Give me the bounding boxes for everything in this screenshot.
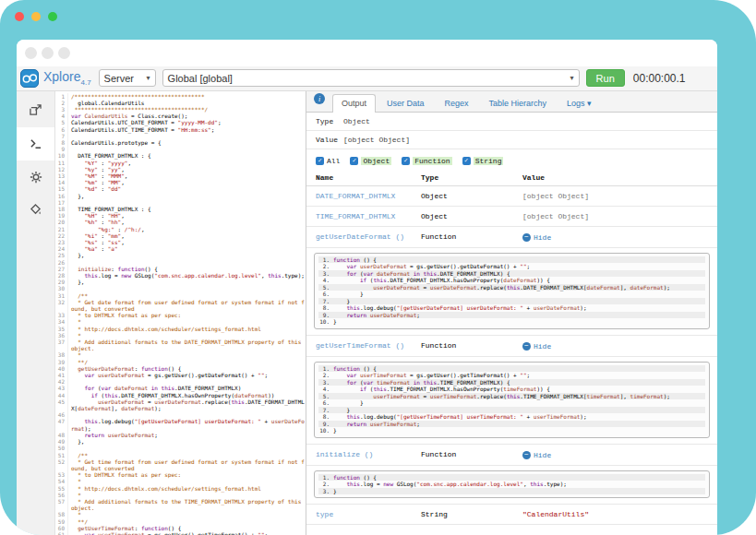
terminal-icon[interactable] [17, 127, 54, 160]
code-line-number: 3. [318, 379, 333, 386]
line-number: 24 [55, 245, 68, 252]
code-line: 22 "%i" : "mm", [55, 232, 306, 239]
code-line: 7 [55, 133, 306, 139]
code-line: 42 [55, 378, 306, 385]
line-number: 36 [55, 332, 68, 339]
maximize-window-icon[interactable] [48, 12, 57, 21]
checkbox-checked-icon[interactable]: ✓ [316, 157, 324, 165]
collapse-icon[interactable]: − [522, 342, 531, 351]
code-line: 33 * to DHTMLX format as per spec: [55, 312, 306, 318]
property-link[interactable]: DATE_FORMAT_DHTMLX [316, 192, 395, 200]
property-link[interactable]: getUserTimeFormat () [316, 341, 404, 350]
line-number: 6 [55, 126, 68, 133]
minimize-window-icon[interactable] [31, 12, 41, 21]
code-line: 45 userDateFormat = userDateFormat.repla… [55, 398, 306, 411]
line-number: 4 [55, 113, 68, 119]
tab-logs[interactable]: Logs ▾ [558, 94, 601, 112]
line-number: 57 [55, 498, 68, 511]
table-header: NameTypeValue [306, 169, 717, 186]
code-line: 23 "%s" : "ss", [55, 239, 306, 245]
line-number: 3 [55, 106, 68, 113]
code-line: 30 [55, 285, 306, 291]
code-line: 36 * [55, 332, 306, 339]
checkbox-checked-icon[interactable]: ✓ [350, 157, 358, 165]
info-icon[interactable]: i [314, 93, 325, 104]
line-number: 43 [55, 385, 68, 391]
line-number: 8 [55, 139, 68, 146]
chrome-dot [42, 47, 54, 59]
code-line-number: 1. [318, 365, 333, 373]
paint-bucket-icon[interactable] [17, 194, 54, 227]
line-number: 35 [55, 326, 68, 332]
code-line: 48 return userDateFormat; [55, 432, 306, 438]
close-window-icon[interactable] [15, 12, 24, 21]
line-number: 55 [55, 485, 68, 492]
line-number: 44 [55, 392, 68, 398]
app-version: 4.7 [80, 78, 90, 87]
output-code-line: 8. this.log.debug("[getUserDateFormat] u… [318, 304, 705, 312]
tab-table-hierarchy[interactable]: Table Hierarchy [480, 94, 557, 112]
string-value: "CalendarUtils" [522, 510, 589, 518]
code-line: 13 "%M" : "MMM", [55, 172, 306, 179]
property-link[interactable]: TIME_FORMAT_DHTMLX [316, 212, 395, 220]
line-number: 50 [55, 445, 68, 451]
code-line: 31 /** [55, 292, 306, 299]
code-line: 3 **************************************… [55, 106, 306, 113]
output-code-line: 2. var userDateFormat = gs.getUser().get… [318, 263, 705, 270]
code-editor[interactable]: 1/**************************************… [55, 91, 306, 535]
code-line: 55 * http://docs.dhtmlx.com/scheduler/se… [55, 485, 306, 492]
output-code-line: 3. for (var dateFormat in this.DATE_FORM… [318, 270, 705, 278]
property-link[interactable]: type [316, 510, 333, 518]
gear-icon[interactable] [17, 160, 54, 194]
code-line: 12 "%y" : "yy", [55, 166, 306, 172]
app-window: Xplore4.7 Server▾ Global [global]▾ Run 0… [17, 40, 717, 535]
collapse-icon[interactable]: − [522, 451, 531, 459]
code-line-number: 6. [318, 399, 333, 407]
output-code-line: 10.} [318, 427, 705, 434]
code-line: 20 "%h" : "hh", [55, 219, 306, 225]
property-type: Function [421, 232, 522, 241]
open-in-new-icon[interactable] [17, 94, 54, 127]
line-number: 39 [55, 359, 68, 365]
hide-link[interactable]: −Hide [522, 342, 551, 351]
hide-link[interactable]: −Hide [522, 233, 551, 242]
line-number: 45 [55, 398, 68, 411]
scope-select[interactable]: Global [global]▾ [162, 69, 580, 87]
run-button[interactable]: Run [586, 69, 625, 87]
property-link[interactable]: getUserDateFormat () [316, 232, 404, 241]
function-source-section: 1.function () {2. var userDateFormat = g… [306, 253, 717, 336]
value-value: [object Object] [343, 136, 410, 144]
code-line: 28 this.log = new GSLog("com.snc.app.cal… [55, 272, 306, 279]
line-number: 22 [55, 232, 68, 239]
code-line: 50 [55, 445, 306, 451]
tab-output[interactable]: Output [332, 94, 376, 113]
filter-string[interactable]: ✓String [462, 157, 504, 165]
filter-all[interactable]: ✓All [316, 157, 340, 165]
code-line: 25 }, [55, 252, 306, 258]
chrome-dot [25, 47, 37, 59]
tab-user-data[interactable]: User Data [378, 94, 434, 112]
editor-sidebar [17, 91, 55, 535]
tab-regex[interactable]: Regex [436, 94, 478, 112]
server-select[interactable]: Server▾ [99, 69, 156, 87]
code-line: 24 "%a" : "a" [55, 245, 306, 252]
filter-function[interactable]: ✓Function [402, 157, 451, 165]
output-code-line: 3. for (var timeFormat in this.TIME_FORM… [318, 379, 705, 386]
checkbox-checked-icon[interactable]: ✓ [402, 157, 410, 165]
output-body: Type Object Value [object Object] ✓All✓O… [306, 113, 717, 535]
filter-object[interactable]: ✓Object [350, 157, 391, 165]
code-line-number: 1. [318, 474, 333, 482]
output-code-line: 2. this.log = new GSLog("com.snc.app.cal… [318, 481, 705, 488]
code-line-number: 9. [318, 312, 333, 319]
line-number: 56 [55, 492, 68, 498]
hide-link[interactable]: −Hide [522, 451, 551, 459]
output-code-line: 9. return userDateFormat; [318, 312, 705, 319]
checkbox-checked-icon[interactable]: ✓ [462, 157, 471, 165]
property-link[interactable]: initialize () [316, 450, 373, 458]
output-code-line: 6. } [318, 399, 705, 407]
code-line: 19 "%H" : "HH", [55, 212, 306, 219]
collapse-icon[interactable]: − [522, 233, 531, 242]
code-line: 18 TIME_FORMAT_DHTMLX : { [55, 206, 306, 212]
code-line: 58 * [55, 511, 306, 517]
col-header-type: Type [421, 173, 522, 182]
